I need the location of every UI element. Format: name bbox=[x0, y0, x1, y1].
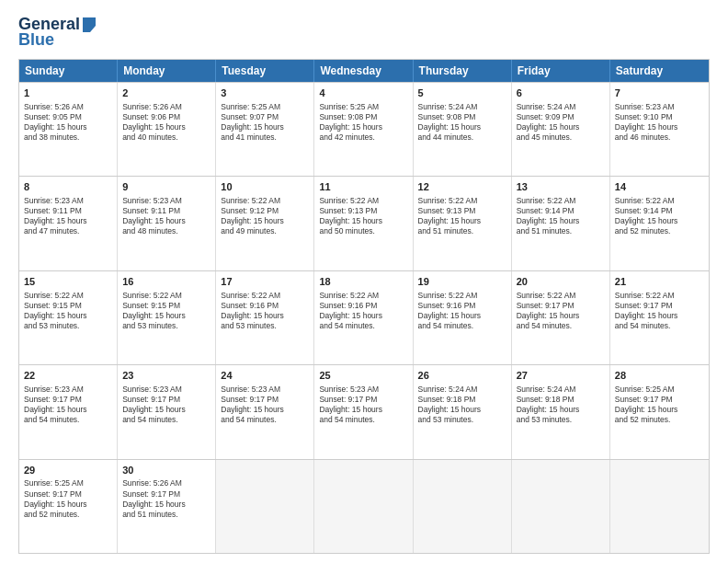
cal-cell: 1Sunrise: 5:26 AMSunset: 9:05 PMDaylight… bbox=[19, 83, 118, 176]
day-number: 24 bbox=[221, 369, 309, 383]
calendar-header: SundayMondayTuesdayWednesdayThursdayFrid… bbox=[19, 60, 709, 82]
cal-cell: 22Sunrise: 5:23 AMSunset: 9:17 PMDayligh… bbox=[19, 365, 118, 458]
day-number: 28 bbox=[615, 369, 704, 383]
cell-info: Sunrise: 5:22 AMSunset: 9:13 PMDaylight:… bbox=[319, 196, 407, 236]
cal-cell: 8Sunrise: 5:23 AMSunset: 9:11 PMDaylight… bbox=[19, 177, 118, 270]
day-number: 9 bbox=[122, 180, 210, 194]
cal-cell: 16Sunrise: 5:22 AMSunset: 9:15 PMDayligh… bbox=[118, 271, 216, 364]
cal-cell: 23Sunrise: 5:23 AMSunset: 9:17 PMDayligh… bbox=[118, 365, 216, 458]
cell-info: Sunrise: 5:25 AMSunset: 9:17 PMDaylight:… bbox=[24, 478, 112, 519]
cell-info: Sunrise: 5:22 AMSunset: 9:12 PMDaylight:… bbox=[221, 196, 309, 236]
cal-cell: 15Sunrise: 5:22 AMSunset: 9:15 PMDayligh… bbox=[19, 271, 118, 364]
cal-cell: 20Sunrise: 5:22 AMSunset: 9:17 PMDayligh… bbox=[512, 271, 610, 364]
cell-info: Sunrise: 5:23 AMSunset: 9:17 PMDaylight:… bbox=[24, 385, 112, 425]
cell-info: Sunrise: 5:22 AMSunset: 9:13 PMDaylight:… bbox=[418, 196, 506, 236]
day-number: 8 bbox=[24, 180, 112, 194]
day-number: 16 bbox=[122, 275, 210, 289]
day-number: 10 bbox=[221, 180, 309, 194]
day-number: 23 bbox=[122, 369, 210, 383]
cell-info: Sunrise: 5:22 AMSunset: 9:14 PMDaylight:… bbox=[517, 196, 605, 236]
day-number: 29 bbox=[24, 464, 112, 477]
day-number: 7 bbox=[615, 86, 704, 100]
cell-info: Sunrise: 5:23 AMSunset: 9:17 PMDaylight:… bbox=[122, 385, 210, 425]
header-day-thursday: Thursday bbox=[414, 60, 512, 82]
cell-info: Sunrise: 5:22 AMSunset: 9:15 PMDaylight:… bbox=[122, 291, 210, 331]
cell-info: Sunrise: 5:26 AMSunset: 9:17 PMDaylight:… bbox=[122, 478, 210, 519]
week-row-2: 8Sunrise: 5:23 AMSunset: 9:11 PMDaylight… bbox=[19, 176, 709, 270]
header-day-saturday: Saturday bbox=[610, 60, 709, 82]
cell-info: Sunrise: 5:23 AMSunset: 9:10 PMDaylight:… bbox=[615, 102, 704, 143]
cell-info: Sunrise: 5:24 AMSunset: 9:08 PMDaylight:… bbox=[418, 102, 506, 143]
cal-cell: 13Sunrise: 5:22 AMSunset: 9:14 PMDayligh… bbox=[512, 177, 610, 270]
header-day-tuesday: Tuesday bbox=[216, 60, 314, 82]
cal-cell: 6Sunrise: 5:24 AMSunset: 9:09 PMDaylight… bbox=[512, 83, 610, 176]
cal-cell: 7Sunrise: 5:23 AMSunset: 9:10 PMDaylight… bbox=[610, 83, 709, 176]
day-number: 15 bbox=[24, 275, 112, 289]
cal-cell: 26Sunrise: 5:24 AMSunset: 9:18 PMDayligh… bbox=[414, 365, 512, 458]
day-number: 13 bbox=[517, 180, 605, 194]
week-row-5: 29Sunrise: 5:25 AMSunset: 9:17 PMDayligh… bbox=[19, 459, 709, 553]
cal-cell: 4Sunrise: 5:25 AMSunset: 9:08 PMDaylight… bbox=[314, 83, 413, 176]
cal-cell: 17Sunrise: 5:22 AMSunset: 9:16 PMDayligh… bbox=[216, 271, 314, 364]
day-number: 1 bbox=[24, 86, 112, 100]
cal-cell: 29Sunrise: 5:25 AMSunset: 9:17 PMDayligh… bbox=[19, 460, 118, 553]
cell-info: Sunrise: 5:24 AMSunset: 9:18 PMDaylight:… bbox=[418, 385, 506, 425]
cell-info: Sunrise: 5:25 AMSunset: 9:07 PMDaylight:… bbox=[221, 102, 309, 143]
header-day-wednesday: Wednesday bbox=[314, 60, 413, 82]
cal-cell: 3Sunrise: 5:25 AMSunset: 9:07 PMDaylight… bbox=[216, 83, 314, 176]
day-number: 27 bbox=[517, 369, 605, 383]
day-number: 30 bbox=[122, 464, 210, 477]
cell-info: Sunrise: 5:22 AMSunset: 9:14 PMDaylight:… bbox=[615, 196, 704, 236]
cal-cell bbox=[216, 460, 314, 553]
cal-cell: 14Sunrise: 5:22 AMSunset: 9:14 PMDayligh… bbox=[610, 177, 709, 270]
cell-info: Sunrise: 5:26 AMSunset: 9:06 PMDaylight:… bbox=[122, 102, 210, 143]
cell-info: Sunrise: 5:25 AMSunset: 9:17 PMDaylight:… bbox=[615, 385, 704, 425]
cell-info: Sunrise: 5:23 AMSunset: 9:11 PMDaylight:… bbox=[24, 196, 112, 236]
week-row-1: 1Sunrise: 5:26 AMSunset: 9:05 PMDaylight… bbox=[19, 82, 709, 176]
calendar: SundayMondayTuesdayWednesdayThursdayFrid… bbox=[18, 59, 710, 554]
day-number: 12 bbox=[418, 180, 506, 194]
cal-cell: 18Sunrise: 5:22 AMSunset: 9:16 PMDayligh… bbox=[314, 271, 413, 364]
day-number: 19 bbox=[418, 275, 506, 289]
cell-info: Sunrise: 5:23 AMSunset: 9:11 PMDaylight:… bbox=[122, 196, 210, 236]
cell-info: Sunrise: 5:22 AMSunset: 9:16 PMDaylight:… bbox=[221, 291, 309, 331]
cell-info: Sunrise: 5:22 AMSunset: 9:17 PMDaylight:… bbox=[517, 291, 605, 331]
cell-info: Sunrise: 5:24 AMSunset: 9:09 PMDaylight:… bbox=[517, 102, 605, 143]
cal-cell: 11Sunrise: 5:22 AMSunset: 9:13 PMDayligh… bbox=[314, 177, 413, 270]
header-day-sunday: Sunday bbox=[19, 60, 118, 82]
cell-info: Sunrise: 5:23 AMSunset: 9:17 PMDaylight:… bbox=[221, 385, 309, 425]
cal-cell: 9Sunrise: 5:23 AMSunset: 9:11 PMDaylight… bbox=[118, 177, 216, 270]
day-number: 21 bbox=[615, 275, 704, 289]
day-number: 18 bbox=[319, 275, 407, 289]
page: General Blue SundayMondayTuesdayWednesda… bbox=[0, 0, 728, 563]
cell-info: Sunrise: 5:22 AMSunset: 9:16 PMDaylight:… bbox=[418, 291, 506, 331]
cal-cell: 19Sunrise: 5:22 AMSunset: 9:16 PMDayligh… bbox=[414, 271, 512, 364]
logo-blue: Blue bbox=[18, 30, 54, 50]
header-day-friday: Friday bbox=[512, 60, 610, 82]
day-number: 17 bbox=[221, 275, 309, 289]
day-number: 26 bbox=[418, 369, 506, 383]
day-number: 3 bbox=[221, 86, 309, 100]
header: General Blue bbox=[18, 15, 710, 50]
cal-cell: 10Sunrise: 5:22 AMSunset: 9:12 PMDayligh… bbox=[216, 177, 314, 270]
cal-cell bbox=[314, 460, 413, 553]
logo: General Blue bbox=[18, 15, 97, 50]
cal-cell: 27Sunrise: 5:24 AMSunset: 9:18 PMDayligh… bbox=[512, 365, 610, 458]
cal-cell: 12Sunrise: 5:22 AMSunset: 9:13 PMDayligh… bbox=[414, 177, 512, 270]
cell-info: Sunrise: 5:22 AMSunset: 9:17 PMDaylight:… bbox=[615, 291, 704, 331]
cal-cell: 2Sunrise: 5:26 AMSunset: 9:06 PMDaylight… bbox=[118, 83, 216, 176]
cal-cell: 5Sunrise: 5:24 AMSunset: 9:08 PMDaylight… bbox=[414, 83, 512, 176]
svg-marker-0 bbox=[83, 17, 96, 32]
day-number: 14 bbox=[615, 180, 704, 194]
header-day-monday: Monday bbox=[118, 60, 216, 82]
cal-cell bbox=[512, 460, 610, 553]
day-number: 6 bbox=[517, 86, 605, 100]
day-number: 22 bbox=[24, 369, 112, 383]
day-number: 2 bbox=[122, 86, 210, 100]
day-number: 5 bbox=[418, 86, 506, 100]
cell-info: Sunrise: 5:22 AMSunset: 9:16 PMDaylight:… bbox=[319, 291, 407, 331]
day-number: 11 bbox=[319, 180, 407, 194]
cell-info: Sunrise: 5:24 AMSunset: 9:18 PMDaylight:… bbox=[517, 385, 605, 425]
cal-cell: 25Sunrise: 5:23 AMSunset: 9:17 PMDayligh… bbox=[314, 365, 413, 458]
cell-info: Sunrise: 5:23 AMSunset: 9:17 PMDaylight:… bbox=[319, 385, 407, 425]
